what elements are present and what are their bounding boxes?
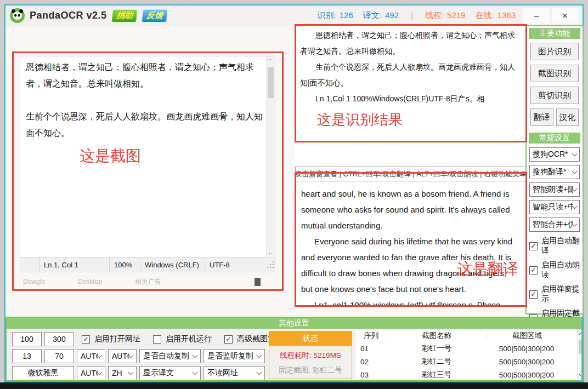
recognition-annotation-label: 这是识别结果 bbox=[317, 110, 403, 129]
chevron-down-icon bbox=[257, 370, 262, 375]
chevron-down-icon bbox=[572, 169, 578, 174]
scrollbar-thumb[interactable] bbox=[268, 67, 274, 98]
chevron-down-icon bbox=[97, 353, 103, 358]
translation-annotation-label: 这是翻译 bbox=[457, 259, 518, 279]
app-title: PandaOCR v2.5 bbox=[30, 10, 107, 21]
ghost-dark-block bbox=[255, 278, 261, 286]
screenshot-annotation-label: 这是截图 bbox=[80, 146, 141, 167]
checkbox[interactable]: ✓ bbox=[529, 290, 538, 299]
show-translation-select[interactable]: 显示译文 bbox=[139, 366, 201, 380]
checkbox[interactable]: ✓ bbox=[82, 335, 90, 344]
title-bar: PandaOCR v2.5 捐助 反馈 识别:126 译文:492 | 线程:5… bbox=[5, 5, 583, 26]
table-header-row: 序列 截图名称 截图区域 bbox=[355, 330, 577, 342]
main-functions-header: 主要功能 bbox=[529, 28, 580, 39]
ocr-engine-select[interactable]: 搜狗OCR* bbox=[529, 147, 580, 162]
notepad-status-bar: Ln 1, Col 1 100% Windows (CRLF) UTF-8 bbox=[20, 257, 275, 272]
table-scrollbar[interactable] bbox=[577, 330, 581, 379]
panda-face-icon bbox=[13, 12, 22, 20]
checkbox[interactable]: ✓ bbox=[224, 335, 233, 344]
sidebar-panel: 主要功能 图片识别 截图识别 剪切识别 翻译 汉化 常规设置 搜狗OCR* 搜狗… bbox=[525, 25, 584, 314]
run-at-startup-checkbox-row[interactable]: 启用开机运行 bbox=[153, 334, 212, 344]
checkbox[interactable]: ✓ bbox=[529, 242, 538, 250]
close-button[interactable]: × bbox=[552, 8, 578, 24]
other-settings-content: 100 300 ✓启用打开网址 启用开机运行 ✓高级截图方式 13 70 AUT… bbox=[7, 329, 581, 380]
auto-translate-checkbox-row[interactable]: ✓启用自动翻译 bbox=[529, 236, 580, 256]
statusbar-encoding: UTF-8 bbox=[205, 258, 252, 272]
scroll-up-icon[interactable] bbox=[579, 331, 581, 337]
general-settings-header: 常规设置 bbox=[529, 133, 580, 144]
skip-url-select[interactable]: 不读网址 bbox=[203, 366, 265, 380]
checkbox[interactable]: ✓ bbox=[529, 266, 538, 274]
image-ocr-button[interactable]: 图片识别 bbox=[530, 43, 579, 60]
read-mode-select[interactable]: 智能只读+中文 bbox=[529, 200, 580, 214]
popup-hint-checkbox-row[interactable]: ✓启用弹窗提示 bbox=[529, 284, 580, 304]
statusbar-spacer bbox=[20, 258, 39, 272]
open-url-checkbox-row[interactable]: ✓启用打开网址 bbox=[82, 334, 140, 344]
notepad-paragraph: 恩德相结者，谓之知己；腹心相照者，谓之知心；声气相求者，谓之知音。总来叫做相知。 bbox=[26, 59, 264, 92]
numeric-input-1[interactable]: 100 bbox=[12, 332, 42, 346]
feedback-badge[interactable]: 反馈 bbox=[141, 9, 168, 22]
target-language-select[interactable]: ZH bbox=[108, 366, 137, 380]
taskbar bbox=[0, 382, 588, 389]
stat-online: 在线:1363 bbox=[475, 10, 516, 21]
stat-thread: 线程:5219 bbox=[425, 10, 466, 21]
numeric-input-3[interactable]: 13 bbox=[12, 349, 42, 363]
merge-mode-select[interactable]: 智能合并+优化 bbox=[529, 218, 580, 232]
shortcut-hint-bar: 双击新窗查看 | CTRL+回车/双击翻译 | ALT+回车/双击朗读 | 右键… bbox=[295, 167, 526, 181]
localize-button[interactable]: 汉化 bbox=[556, 108, 579, 126]
chevron-down-icon bbox=[257, 353, 262, 358]
notepad-scrollbar[interactable]: ⌃ ⌄ bbox=[266, 56, 275, 258]
other-settings-panel: 其他设置 100 300 ✓启用打开网址 启用开机运行 ✓高级截图方式 13 7… bbox=[5, 317, 583, 381]
statusbar-zoom-level: 100% bbox=[109, 258, 140, 272]
recognition-paragraph: Ln 1,Col 1 100%Windows(CRLF)UTF-8日产s。相 bbox=[300, 91, 522, 107]
recognition-paragraph: 恩德相结者，谓之知己；腹心相照者，谓之知心；声气相求者谓之知音。总来叫做相知。 bbox=[300, 27, 522, 59]
font-name-input[interactable]: 微软雅黑 bbox=[12, 366, 74, 380]
translate-engine-select[interactable]: 搜狗翻译* bbox=[529, 165, 580, 179]
statusbar-line-ending: Windows (CRLF) bbox=[140, 258, 205, 272]
auto-speech-checkbox-row[interactable]: ✓启用自动朗读 bbox=[529, 260, 580, 280]
speech-mode-select[interactable]: 智能朗读+随机 bbox=[529, 182, 580, 197]
translation-paragraph: heart and soul, he is known as a bosom f… bbox=[301, 186, 520, 233]
numeric-input-2[interactable]: 300 bbox=[44, 332, 74, 346]
clipboard-listen-select[interactable]: 是否监听复制 bbox=[203, 349, 265, 363]
thread-time-status: 线程耗时: 5219MS bbox=[269, 351, 352, 361]
screenshot-ocr-button[interactable]: 截图识别 bbox=[530, 65, 579, 82]
scrollbar-thumb[interactable] bbox=[579, 340, 581, 354]
scroll-down-icon[interactable]: ⌄ bbox=[268, 250, 273, 255]
app-logo-panda-icon bbox=[10, 8, 25, 23]
pandaocr-window: PandaOCR v2.5 捐助 反馈 识别:126 译文:492 | 线程:5… bbox=[4, 4, 584, 382]
donate-badge[interactable]: 捐助 bbox=[111, 9, 138, 22]
chevron-down-icon bbox=[193, 353, 198, 358]
table-row[interactable]: 01 彩虹一号 500|500|300|200 bbox=[355, 342, 577, 355]
recognition-empty-area[interactable] bbox=[295, 144, 527, 167]
notepad-text-content: 恩德相结者，谓之知己；腹心相照者，谓之知心；声气相求者，谓之知音。总来叫做相知。… bbox=[20, 56, 267, 258]
translate-button[interactable]: 翻译 bbox=[530, 108, 553, 126]
clipboard-ocr-button[interactable]: 剪切识别 bbox=[530, 87, 579, 104]
auto-select-1[interactable]: AUTO bbox=[77, 349, 105, 363]
screenshot-stage: PandaOCR v2.5 捐助 反馈 识别:126 译文:492 | 线程:5… bbox=[0, 0, 588, 389]
scroll-up-icon[interactable]: ⌃ bbox=[268, 59, 273, 64]
resize-grip-icon bbox=[267, 261, 274, 268]
fixed-capture-status: 固定截图: 彩虹二号 bbox=[269, 365, 352, 375]
table-row[interactable]: 03 彩虹三号 500|500|300|200 bbox=[355, 368, 577, 380]
minimize-button[interactable]: – bbox=[523, 8, 550, 24]
chevron-down-icon bbox=[128, 353, 134, 358]
chevron-down-icon bbox=[572, 221, 578, 227]
table-row[interactable]: 02 彩虹二号 500|500|300|200 bbox=[355, 355, 577, 368]
auto-copy-select[interactable]: 是否自动复制 bbox=[139, 349, 201, 363]
notepad-paragraph: 生前个个说恩深，死后人人欲扇坟。画龙画虎难画骨，知人知面不知心。 bbox=[26, 108, 264, 141]
background-ghost-text: Dowglo Desktop 相关广告 bbox=[20, 275, 279, 288]
chevron-down-icon bbox=[128, 370, 134, 375]
auto-select-2[interactable]: AUTO bbox=[108, 349, 137, 363]
translation-textarea[interactable]: heart and soul, he is known as a bosom f… bbox=[296, 181, 525, 305]
scroll-down-icon[interactable] bbox=[579, 371, 581, 377]
recognition-paragraph: 生前个个说恩深，死后人人欲扇坟。画龙画虎难画骨，知人知|面不知心。 bbox=[300, 59, 522, 91]
checkbox[interactable] bbox=[153, 335, 161, 344]
status-panel: 状态 线程耗时: 5219MS 固定截图: 彩虹二号 bbox=[269, 331, 352, 379]
captured-notepad-screenshot: 恩德相结者，谓之知己；腹心相照者，谓之知心；声气相求者，谓之知音。总来叫做相知。… bbox=[20, 56, 275, 272]
auto-select-3[interactable]: AUTO bbox=[77, 366, 105, 380]
stats-separator: | bbox=[411, 11, 413, 20]
numeric-input-4[interactable]: 70 bbox=[44, 349, 74, 363]
other-settings-header: 其他设置 bbox=[7, 318, 581, 329]
chevron-down-icon bbox=[572, 151, 578, 157]
